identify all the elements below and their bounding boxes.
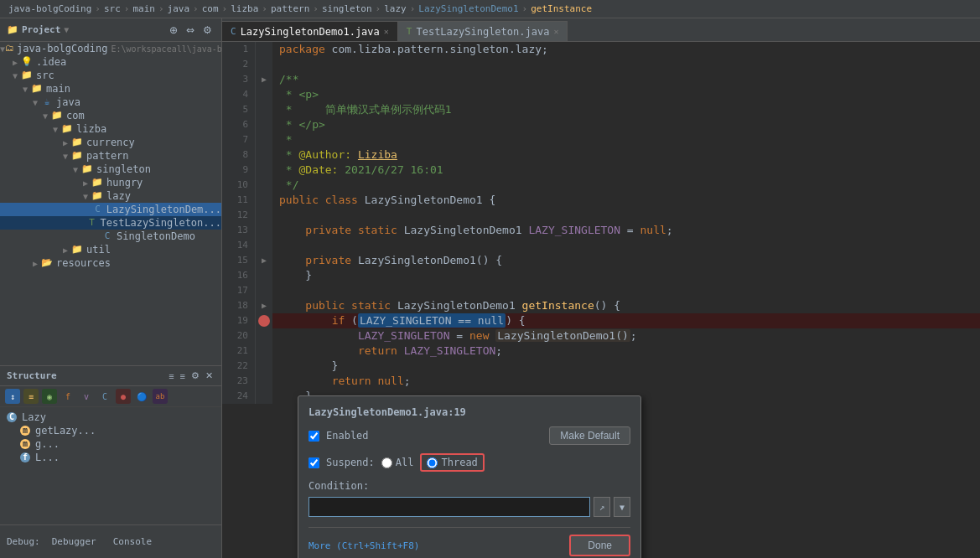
hungry-label: hungry: [106, 177, 143, 189]
project-root-label: java-bolgCoding: [17, 43, 107, 54]
icon-filter3[interactable]: ◉: [42, 389, 57, 404]
tree-item-lazy-singleton-demo1[interactable]: ▶ C LazySingletonDem...: [0, 203, 221, 216]
icon-filter6[interactable]: C: [97, 389, 112, 404]
structure-toolbar: ≡ ≡ ⚙ ✕: [167, 369, 215, 382]
main-label: main: [46, 83, 70, 95]
code-line-18: 18 ▶ public static LazySingletonDemo1 ge…: [222, 298, 980, 313]
breadcrumb-java[interactable]: java: [168, 3, 190, 14]
tree-item-java[interactable]: ▼ ☕ java: [0, 96, 221, 109]
breadcrumb-file[interactable]: LazySingletonDemo1: [418, 3, 518, 14]
breadcrumb-singleton[interactable]: singleton: [322, 3, 372, 14]
line-content: * <p>: [272, 87, 980, 102]
structure-sort-alpha[interactable]: ≡: [167, 369, 175, 382]
tree-item-test-lazy-singleton[interactable]: ▶ T TestLazySingleton...: [0, 216, 221, 230]
line-number: 2: [222, 57, 256, 72]
breakpoint-gutter[interactable]: [256, 313, 272, 328]
struct-item-getlazy[interactable]: m getLazy...: [0, 424, 221, 437]
make-default-button[interactable]: Make Default: [549, 426, 630, 445]
tree-item-singleton[interactable]: ▼ 📁 singleton: [0, 163, 221, 176]
project-path: E:\workspaceall\java-bolg...: [111, 44, 221, 54]
breadcrumb-lizba[interactable]: lizba: [231, 3, 258, 14]
radio-all-input[interactable]: [381, 457, 392, 468]
test-lazy-singleton-label: TestLazySingleton...: [101, 217, 222, 229]
singleton-label: singleton: [96, 163, 151, 175]
tree-item-src[interactable]: ▼ 📁 src: [0, 69, 221, 82]
line-content: return null;: [272, 374, 980, 389]
dropdown-icon[interactable]: ▼: [64, 25, 69, 34]
structure-settings[interactable]: ⚙: [189, 369, 201, 382]
tree-item-singleton-demo[interactable]: ▶ C SingletonDemo: [0, 230, 221, 243]
code-line-11: 11 public class LazySingletonDemo1 {: [222, 193, 980, 208]
tree-item-idea[interactable]: ▶ 💡 .idea: [0, 55, 221, 69]
icon-filter2[interactable]: ≡: [23, 389, 39, 404]
condition-expand-button[interactable]: ↗: [594, 497, 610, 517]
console-tab[interactable]: Console: [108, 535, 157, 549]
folder-icon: 📁: [70, 137, 84, 148]
tab-lazy-singleton-demo1[interactable]: C LazySingletonDemo1.java ✕: [222, 21, 398, 41]
tree-item-pattern[interactable]: ▼ 📁 pattern: [0, 149, 221, 163]
breadcrumb-com[interactable]: com: [202, 3, 219, 14]
line-content: }: [272, 359, 980, 374]
tree-item-project-root[interactable]: ▼ 🗂 java-bolgCoding E:\workspaceall\java…: [0, 42, 221, 55]
icon-filter7[interactable]: ●: [116, 389, 131, 404]
tab-close-lazy[interactable]: ✕: [384, 27, 389, 36]
breadcrumb-pattern[interactable]: pattern: [271, 3, 309, 14]
breadcrumb-method: getInstance: [531, 3, 592, 14]
breakpoint-popup: LazySingletonDemo1.java:19 Enabled Make …: [298, 395, 641, 558]
done-button[interactable]: Done: [569, 535, 630, 556]
tree-item-lazy[interactable]: ▼ 📁 lazy: [0, 189, 221, 203]
tree-item-hungry[interactable]: ▶ 📁 hungry: [0, 176, 221, 189]
icon-filter4[interactable]: f: [60, 389, 75, 404]
radio-thread[interactable]: Thread: [420, 453, 484, 472]
expand-arrow: ▶: [60, 138, 70, 147]
tab-close-test[interactable]: ✕: [553, 27, 558, 36]
more-link[interactable]: More (Ctrl+Shift+F8): [309, 540, 419, 551]
struct-item-l[interactable]: f L...: [0, 451, 221, 464]
line-gutter: ▶: [256, 253, 272, 268]
icon-filter5[interactable]: v: [79, 389, 94, 404]
pattern-label: pattern: [86, 150, 129, 162]
line-number: 3: [222, 72, 256, 87]
idea-label: .idea: [36, 56, 66, 68]
condition-dropdown-button[interactable]: ▼: [614, 497, 630, 517]
condition-input[interactable]: [309, 497, 590, 517]
code-line-8: 8 * @Author: Liziba: [222, 147, 980, 163]
folder-icon: 📁: [80, 163, 94, 175]
breadcrumb-project[interactable]: java-bolgCoding: [8, 3, 91, 14]
code-line-16: 16 }: [222, 268, 980, 283]
enabled-checkbox[interactable]: [309, 431, 319, 442]
icon-filter9[interactable]: ab: [153, 389, 168, 404]
tree-item-lizba[interactable]: ▼ 📁 lizba: [0, 122, 221, 136]
lazy-singleton-demo1-label: LazySingletonDem...: [106, 204, 221, 215]
line-number: 24: [222, 389, 256, 404]
breadcrumb-lazy[interactable]: lazy: [384, 3, 407, 14]
structure-close[interactable]: ✕: [204, 369, 215, 382]
tree-item-main[interactable]: ▼ 📁 main: [0, 82, 221, 96]
radio-all[interactable]: All: [381, 457, 414, 468]
debugger-tab[interactable]: Debugger: [47, 535, 101, 549]
line-content: /**: [272, 72, 980, 87]
tree-item-resources[interactable]: ▶ 📂 resources: [0, 256, 221, 270]
java-class-icon: C: [91, 204, 104, 215]
breadcrumb-src[interactable]: src: [104, 3, 121, 14]
struct-item-lazy[interactable]: C Lazy: [0, 411, 221, 424]
line-gutter: [256, 374, 272, 389]
structure-sort-type[interactable]: ≡: [179, 369, 187, 382]
settings-button[interactable]: ⚙: [200, 23, 215, 37]
tab-test-lazy-singleton[interactable]: T TestLazySingleton.java ✕: [398, 21, 568, 41]
code-line-12: 12: [222, 208, 980, 223]
expand-button[interactable]: ⇔: [184, 23, 197, 37]
tree-item-util[interactable]: ▶ 📁 util: [0, 243, 221, 256]
icon-filter8[interactable]: 🔵: [134, 389, 149, 404]
tree-item-com[interactable]: ▼ 📁 com: [0, 109, 221, 122]
radio-thread-input[interactable]: [427, 457, 438, 468]
line-gutter: [256, 238, 272, 253]
struct-item-g[interactable]: m g...: [0, 437, 221, 451]
locate-button[interactable]: ⊕: [167, 23, 180, 37]
expand-arrow: ▶: [60, 245, 70, 255]
breadcrumb-main[interactable]: main: [132, 3, 155, 14]
icon-filter1[interactable]: ↕: [5, 389, 20, 404]
class-icon: C: [7, 412, 17, 422]
tree-item-currency[interactable]: ▶ 📁 currency: [0, 136, 221, 149]
suspend-checkbox[interactable]: [309, 457, 319, 468]
